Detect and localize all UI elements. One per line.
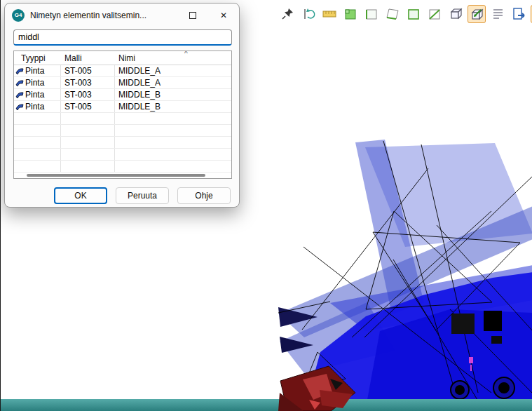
plane-outline-icon[interactable] (362, 5, 381, 23)
cell-name: MIDDLE_A (118, 78, 161, 88)
search-input[interactable] (13, 29, 232, 46)
maximize-button[interactable] (177, 4, 208, 27)
list-icon[interactable] (489, 5, 507, 23)
cube-outline-icon[interactable] (446, 5, 465, 23)
empty-row (14, 161, 231, 173)
teal-ground-strip (1, 399, 532, 411)
empty-row (14, 149, 231, 161)
surface-icon (15, 79, 24, 87)
toolbar (278, 4, 532, 25)
named-element-dialog: G4 Nimetyn elementin valitsemin... ✕ Tyy… (4, 3, 240, 208)
pin-icon[interactable] (278, 5, 296, 23)
plane-green-border-icon[interactable] (404, 5, 423, 23)
cell-name: MIDDLE_A (118, 66, 161, 76)
cell-type: Pinta (25, 102, 44, 112)
column-header-model[interactable]: Malli (64, 53, 82, 63)
dialog-button-row: OK Peruuta Ohje (54, 187, 231, 204)
screen: G4 Nimetyn elementin valitsemin... ✕ Tyy… (0, 0, 532, 411)
update-plane-icon[interactable] (299, 5, 318, 23)
empty-row (14, 125, 231, 137)
cell-type: Pinta (25, 66, 44, 76)
cell-type: Pinta (25, 90, 44, 100)
plane-half-green-icon[interactable] (425, 5, 444, 23)
app-icon: G4 (12, 9, 25, 22)
cell-name: MIDDLE_B (118, 102, 161, 112)
column-header-type[interactable]: Tyyppi (21, 53, 46, 63)
cell-model: ST-003 (64, 78, 92, 88)
help-button[interactable]: Ohje (177, 187, 231, 204)
ok-button[interactable]: OK (54, 187, 107, 204)
maximize-icon (189, 12, 196, 19)
surface-icon (15, 103, 24, 111)
plane-filled-icon[interactable] (341, 5, 360, 23)
cell-model: ST-005 (64, 102, 92, 112)
surface-icon (15, 67, 24, 75)
dialog-title: Nimetyn elementin valitsemin... (30, 11, 177, 20)
table-row[interactable]: Pinta ST-003 MIDDLE_B (14, 89, 231, 101)
horizontal-scrollbar-track[interactable] (14, 173, 231, 178)
empty-row (14, 113, 231, 125)
cube-select-icon[interactable] (468, 5, 486, 23)
results-table[interactable]: Tyyppi Malli Nimi ^ Pinta ST-005 MIDDLE_… (13, 50, 232, 179)
export-icon[interactable] (510, 5, 528, 23)
plane-slanted-icon[interactable] (383, 5, 402, 23)
cell-model: ST-005 (64, 66, 92, 76)
table-row[interactable]: Pinta ST-003 MIDDLE_A (14, 77, 231, 89)
column-header-name[interactable]: Nimi (118, 53, 135, 63)
sort-indicator-icon: ^ (184, 50, 188, 58)
close-button[interactable]: ✕ (208, 4, 239, 27)
horizontal-scrollbar-thumb[interactable] (27, 174, 205, 177)
cell-type: Pinta (25, 78, 44, 88)
ruler-icon[interactable] (320, 5, 339, 23)
dialog-titlebar[interactable]: G4 Nimetyn elementin valitsemin... ✕ (5, 4, 239, 27)
empty-row (14, 137, 231, 149)
table-row[interactable]: Pinta ST-005 MIDDLE_B (14, 101, 231, 113)
table-row[interactable]: Pinta ST-005 MIDDLE_A (14, 65, 231, 77)
table-header[interactable]: Tyyppi Malli Nimi ^ (14, 51, 231, 65)
surface-icon (15, 91, 24, 99)
cell-name: MIDDLE_B (118, 90, 161, 100)
cell-model: ST-003 (64, 90, 92, 100)
cancel-button[interactable]: Peruuta (116, 187, 169, 204)
